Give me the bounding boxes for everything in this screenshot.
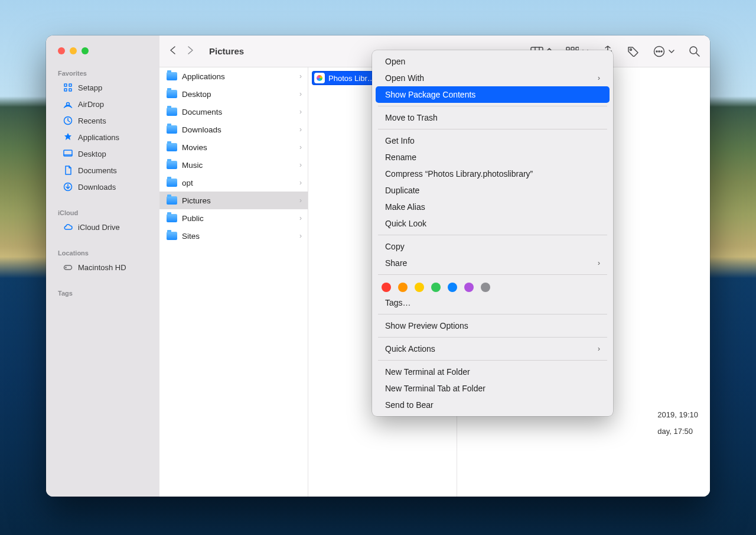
svg-rect-12 xyxy=(571,47,574,50)
svg-rect-3 xyxy=(69,89,71,91)
chevron-right-icon: › xyxy=(299,179,302,187)
sidebar-item-label: Applications xyxy=(78,133,119,142)
sidebar-section-title: iCloud xyxy=(46,206,159,219)
tag-color[interactable] xyxy=(481,283,490,292)
folder-movies[interactable]: Movies› xyxy=(159,138,308,156)
sidebar-item-setapp[interactable]: Setapp xyxy=(51,79,155,96)
menu-item-label: Compress “Photos Library.photoslibrary” xyxy=(385,169,533,179)
preview-created: 2019, 19:10 xyxy=(657,410,698,427)
folder-documents[interactable]: Documents› xyxy=(159,103,308,121)
sidebar-item-label: AirDrop xyxy=(78,100,104,109)
folder-icon xyxy=(167,214,177,222)
sidebar-item-applications[interactable]: Applications xyxy=(51,129,155,145)
menu-item-label: Open With xyxy=(385,73,424,83)
menu-item-get-info[interactable]: Get Info xyxy=(376,132,610,149)
chevron-right-icon: › xyxy=(299,90,302,98)
svg-point-21 xyxy=(661,51,662,52)
preview-thumbnail xyxy=(665,109,700,192)
menu-item-compress-photos-library-photoslibrary[interactable]: Compress “Photos Library.photoslibrary” xyxy=(376,166,610,182)
sidebar-item-recents[interactable]: Recents xyxy=(51,112,155,129)
sidebar: FavoritesSetappAirDropRecentsApplication… xyxy=(46,35,159,497)
sidebar-section-title: Locations xyxy=(46,246,159,259)
folder-music[interactable]: Music› xyxy=(159,156,308,174)
folder-label: Music xyxy=(182,161,203,170)
menu-item-label: Copy xyxy=(385,242,405,251)
zoom-window[interactable] xyxy=(82,47,89,54)
folder-label: Applications xyxy=(182,72,225,81)
menu-separator xyxy=(378,235,607,235)
folder-label: Downloads xyxy=(182,125,221,134)
menu-item-copy[interactable]: Copy xyxy=(376,238,610,255)
tag-color[interactable] xyxy=(448,283,457,292)
menu-item-label: Open xyxy=(385,57,405,66)
tag-colors-row xyxy=(372,278,613,294)
svg-rect-1 xyxy=(69,84,71,86)
window-title: Pictures xyxy=(209,46,244,56)
search-button[interactable] xyxy=(689,46,700,57)
close-window[interactable] xyxy=(58,47,65,54)
folder-downloads[interactable]: Downloads› xyxy=(159,121,308,138)
tag-color[interactable] xyxy=(398,283,408,292)
menu-item-duplicate[interactable]: Duplicate xyxy=(376,182,610,199)
tag-color[interactable] xyxy=(382,283,391,292)
chevron-right-icon: › xyxy=(299,125,302,134)
back-button[interactable] xyxy=(169,46,177,57)
menu-item-new-terminal-at-folder[interactable]: New Terminal at Folder xyxy=(376,364,610,380)
preview-modified: day, 17:50 xyxy=(657,427,698,443)
menu-item-make-alias[interactable]: Make Alias xyxy=(376,199,610,215)
chevron-right-icon: › xyxy=(598,259,600,267)
menu-item-share[interactable]: Share› xyxy=(376,255,610,271)
folder-label: opt xyxy=(182,179,193,187)
menu-item-show-package-contents[interactable]: Show Package Contents xyxy=(376,86,610,103)
folder-label: Documents xyxy=(182,108,222,116)
folder-applications[interactable]: Applications› xyxy=(159,67,308,85)
menu-item-move-to-trash[interactable]: Move to Trash xyxy=(376,109,610,126)
menu-item-label: Show Package Contents xyxy=(385,90,475,99)
menu-separator xyxy=(378,106,607,106)
folder-icon xyxy=(167,90,177,98)
tags-button[interactable] xyxy=(627,46,639,57)
folder-desktop[interactable]: Desktop› xyxy=(159,85,308,103)
forward-button[interactable] xyxy=(187,46,195,57)
folder-icon xyxy=(167,161,177,169)
folder-opt[interactable]: opt› xyxy=(159,174,308,192)
minimize-window[interactable] xyxy=(70,47,77,54)
menu-item-quick-look[interactable]: Quick Look xyxy=(376,215,610,232)
menu-item-open[interactable]: Open xyxy=(376,53,610,70)
folder-label: Sites xyxy=(182,232,200,241)
tag-color[interactable] xyxy=(415,283,424,292)
sidebar-item-label: Setapp xyxy=(78,83,102,92)
menu-item-rename[interactable]: Rename xyxy=(376,149,610,166)
folder-icon xyxy=(167,72,177,80)
sidebar-item-downloads[interactable]: Downloads xyxy=(51,179,155,195)
sidebar-item-airdrop[interactable]: AirDrop xyxy=(51,96,155,112)
tag-color[interactable] xyxy=(464,283,474,292)
folder-sites[interactable]: Sites› xyxy=(159,227,308,245)
folder-label: Pictures xyxy=(182,196,211,205)
folder-icon xyxy=(167,108,177,116)
folder-pictures[interactable]: Pictures› xyxy=(159,192,308,209)
menu-item-tags[interactable]: Tags… xyxy=(376,294,610,311)
folder-icon xyxy=(167,232,177,240)
chevron-right-icon: › xyxy=(598,345,600,353)
preview-info: 2019, 19:10 day, 17:50 xyxy=(657,410,698,443)
menu-item-open-with[interactable]: Open With› xyxy=(376,70,610,86)
sidebar-item-icloud-drive[interactable]: iCloud Drive xyxy=(51,219,155,235)
tag-color[interactable] xyxy=(431,283,441,292)
chevron-right-icon: › xyxy=(299,143,302,151)
menu-item-show-preview-options[interactable]: Show Preview Options xyxy=(376,317,610,334)
sidebar-item-macintosh-hd[interactable]: Macintosh HD xyxy=(51,259,155,275)
menu-item-label: Show Preview Options xyxy=(385,321,468,330)
svg-rect-2 xyxy=(64,89,67,91)
menu-item-label: Tags… xyxy=(385,298,411,307)
menu-item-new-terminal-tab-at-folder[interactable]: New Terminal Tab at Folder xyxy=(376,380,610,397)
sidebar-item-documents[interactable]: Documents xyxy=(51,162,155,179)
sidebar-section-title: Favorites xyxy=(46,66,159,79)
chevron-right-icon: › xyxy=(299,108,302,116)
menu-item-send-to-bear[interactable]: Send to Bear xyxy=(376,397,610,413)
menu-item-quick-actions[interactable]: Quick Actions› xyxy=(376,341,610,357)
folder-public[interactable]: Public› xyxy=(159,209,308,227)
more-button[interactable] xyxy=(653,46,674,57)
sidebar-item-desktop[interactable]: Desktop xyxy=(51,145,155,162)
icloud-icon xyxy=(63,222,73,232)
